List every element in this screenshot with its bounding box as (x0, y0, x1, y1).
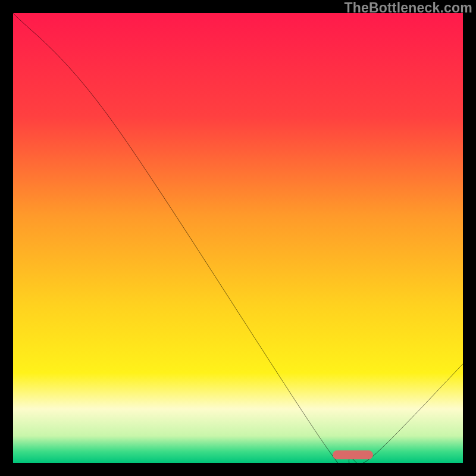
plot-area (13, 13, 463, 463)
curve-layer (13, 13, 463, 463)
chart-stage: TheBottleneck.com (0, 0, 476, 476)
flat-minimum-marker (333, 450, 373, 459)
data-curve (13, 13, 463, 463)
